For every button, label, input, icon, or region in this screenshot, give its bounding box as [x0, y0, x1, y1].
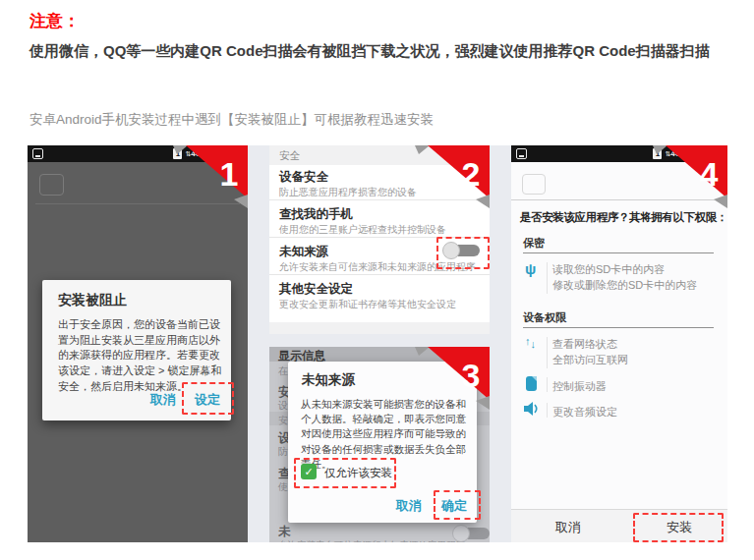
app-icon-placeholder [522, 174, 546, 195]
section-privacy: 保密 [523, 236, 545, 251]
highlight-confirm-button [434, 490, 481, 520]
item-title: 其他安全设定 [279, 281, 353, 298]
screenshot-install-blocked: 1 ⇅4G 7 安装被阻止 出于安全原因，您的设备当前已设置为阻止安装从三星应用… [28, 145, 248, 542]
sim-card-icon [32, 148, 43, 159]
cancel-button[interactable]: 取消 [555, 519, 581, 536]
settings-footer-band [269, 322, 490, 334]
dimmed-text: 安 [278, 414, 288, 427]
step-ribbon-2: 2 [415, 145, 490, 208]
divider [547, 337, 548, 368]
dimmed-text: 设 [278, 399, 288, 413]
divider [269, 274, 490, 275]
screenshot-install-permissions: 1 ⇅4G 7 是否安装该应用程序？其将拥有以下权限： 保密 ψ 读取您的SD卡… [511, 145, 727, 542]
cancel-button[interactable]: 取消 [396, 497, 422, 515]
install-blocked-dialog: 安装被阻止 出于安全原因，您的设备当前已设置为阻止安装从三星应用商店以外的来源获… [42, 280, 231, 420]
screenshot-security-settings: 安全 设备安全 防止恶意应用程序损害您的设备 查找我的手机 使用您的三星账户远程… [269, 145, 490, 334]
item-title: 未知来源 [279, 244, 328, 260]
app-icon-placeholder [39, 174, 64, 196]
step-ribbon-3: 3 [415, 347, 490, 410]
step-ribbon-1: 1 [173, 145, 248, 208]
highlight-install-button [633, 513, 724, 542]
usb-storage-icon: ψ [525, 260, 536, 277]
highlight-checkbox [294, 458, 396, 488]
highlight-settings-button [182, 382, 234, 415]
screenshots-band: 1 ⇅4G 7 安装被阻止 出于安全原因，您的设备当前已设置为阻止安装从三星应用… [28, 145, 727, 542]
item-subtitle: 防止恶意应用程序损害您的设备 [279, 186, 417, 199]
settings-header-label: 安全 [279, 149, 300, 163]
cancel-button[interactable]: 取消 [150, 391, 176, 409]
tutorial-page: 注意： 使用微信，QQ等一些内建QR Code扫描会有被阻挡下载之状况，强烈建议… [0, 0, 754, 560]
permission-modify-sd: 修改或删除您的SD卡中的内容 [552, 278, 697, 293]
divider [547, 403, 548, 418]
step-number: 4 [700, 155, 719, 193]
item-title: 设备安全 [279, 169, 328, 186]
vibration-icon [525, 375, 538, 392]
highlight-toggle [436, 237, 490, 269]
permission-view-network: 查看网络状态 [552, 337, 617, 352]
permission-read-sd: 读取您的SD卡中的内容 [552, 262, 665, 277]
item-title: 查找我的手机 [279, 206, 353, 223]
network-state-icon: ↑↓ [525, 335, 536, 347]
dialog-title: 未知来源 [302, 371, 355, 389]
dimmed-text: 在 [278, 364, 288, 378]
step-number: 3 [462, 357, 481, 394]
dimmed-text: 防 [278, 445, 288, 459]
divider [547, 262, 548, 294]
section-underline [523, 327, 714, 328]
step-number: 2 [462, 155, 481, 193]
dimmed-toggle [452, 524, 490, 542]
permission-full-internet: 全部访问互联网 [552, 353, 628, 367]
tutorial-subtitle: 安卓Android手机安装过程中遇到【安装被阻止】可根据教程迅速安装 [29, 111, 434, 129]
dimmed-text: 使 [278, 480, 288, 494]
notice-body: 使用微信，QQ等一些内建QR Code扫描会有被阻挡下载之状况，强烈建议使用推荐… [29, 39, 733, 64]
notice-title: 注意： [29, 10, 80, 32]
divider [547, 377, 548, 392]
dimmed-text: 允许安装来自可信来源和未知来源的应用程序 [278, 539, 465, 542]
screenshot-unknown-sources-dialog: 显示信息 在 安 设 安 设 防 查 使 未 允许安装来自可信来源和未知来源的应… [269, 347, 490, 542]
dimmed-text: 未 [278, 524, 291, 540]
section-underline [523, 252, 714, 253]
permission-control-vibration: 控制振动器 [552, 379, 607, 394]
section-device-perms: 设备权限 [523, 310, 566, 325]
permission-change-audio: 更改音频设定 [552, 405, 617, 420]
item-subtitle: 更改安全更新和证书存储等其他安全设定 [279, 298, 456, 311]
sim-card-icon [516, 148, 527, 159]
step-ribbon-4: 4 [653, 145, 727, 208]
dialog-title: 安装被阻止 [58, 292, 127, 309]
install-question: 是否安装该应用程序？其将拥有以下权限： [520, 210, 727, 225]
item-subtitle: 使用您的三星账户远程查找并控制设备 [279, 223, 446, 237]
step-number: 1 [220, 155, 239, 193]
audio-settings-icon [524, 402, 541, 416]
